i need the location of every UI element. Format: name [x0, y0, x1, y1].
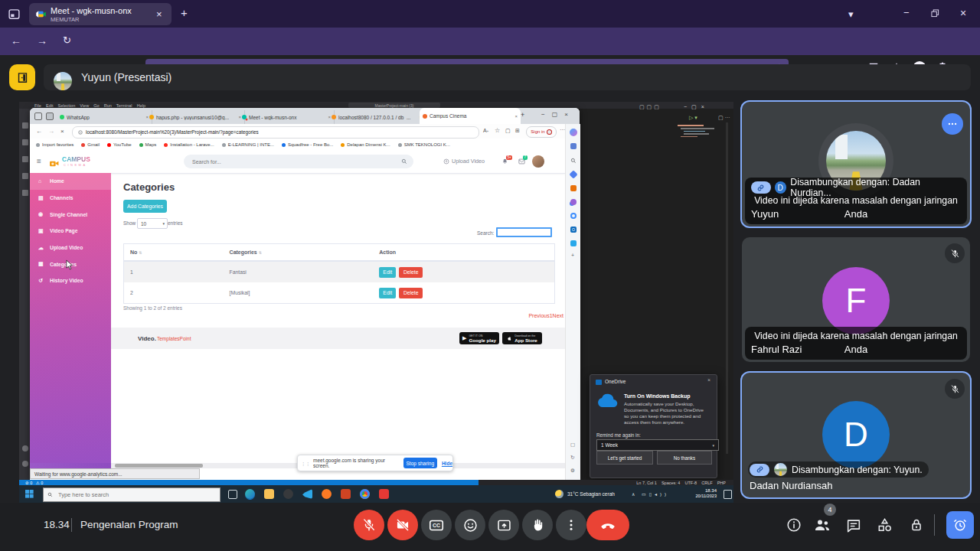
app-icon[interactable] [379, 489, 389, 499]
start-button[interactable] [25, 490, 34, 498]
back-icon[interactable]: ← [11, 35, 21, 46]
next-link[interactable]: Next [553, 313, 564, 318]
taskbar-clock[interactable]: 18.34 20/11/2023 [684, 488, 717, 499]
sidebar-item-video-page[interactable]: ▣Video Page [30, 223, 111, 240]
timer-button[interactable] [946, 511, 974, 539]
delete-button[interactable]: Delete [399, 288, 423, 298]
edit-button[interactable]: Edit [379, 288, 396, 298]
tab-close-icon[interactable]: × [156, 9, 162, 19]
admin-search[interactable] [184, 155, 413, 168]
vscode-search-box[interactable]: MasterProject-main (3) [348, 103, 440, 108]
new-tab-button[interactable]: + [181, 7, 188, 18]
col-no[interactable]: No ⇅ [124, 249, 224, 255]
copilot-icon[interactable] [570, 129, 577, 136]
notification-center-icon[interactable] [724, 490, 732, 499]
vscode-split-icon[interactable]: ▢ ⋯ [718, 115, 730, 121]
new-tab-icon[interactable]: + [521, 111, 524, 119]
shopping-icon[interactable] [570, 185, 577, 191]
workspaces-icon[interactable] [46, 112, 54, 120]
editor-position[interactable]: Ln 7, Col 1 Spaces: 4 UTF-8 CRLF PHP [636, 481, 726, 485]
tray-icons[interactable]: ▭▯◂)) [642, 491, 669, 497]
vscode-run-icon[interactable]: ▷ ▾ [689, 115, 697, 121]
sidebar-toggle-icon[interactable]: ≡ [37, 157, 41, 165]
weather-icon[interactable] [555, 490, 564, 498]
vscode-menu[interactable]: File Edit Selection View Go Run Terminal… [34, 103, 145, 108]
vscode-scrollbar[interactable] [726, 122, 728, 454]
forward-icon[interactable]: → [37, 35, 47, 46]
no-thanks-button[interactable]: No thanks [657, 451, 712, 465]
prev-link[interactable]: Previous [528, 313, 549, 318]
edge-taskbar-icon[interactable] [245, 489, 255, 499]
extensions-icon[interactable] [22, 190, 28, 196]
window-restore-icon[interactable] [931, 9, 939, 18]
edge-tab-hapus[interactable]: hapus.php - yuyunsanusi10@g...× [146, 110, 245, 124]
close-icon[interactable]: × [707, 377, 710, 383]
tab-actions-icon[interactable] [34, 112, 42, 120]
browser-tab[interactable]: Meet - wgk-musn-onx MEMUTAR × [29, 3, 172, 25]
favorite-star-icon[interactable]: ☆ [495, 127, 500, 134]
app-icon[interactable] [283, 489, 293, 499]
remind-select[interactable]: 1 Week▾ [596, 439, 719, 451]
stop-loading-icon[interactable]: × [60, 128, 64, 135]
col-categories[interactable]: Categories ⇅ [224, 249, 374, 255]
sign-in-button[interactable]: Sign in [526, 126, 557, 138]
sidebar-refresh-icon[interactable]: ↻ [570, 455, 574, 461]
bookmark-item[interactable]: Installation - Larave... [164, 142, 214, 147]
edit-button[interactable]: Edit [379, 267, 396, 278]
people-icon[interactable] [570, 199, 577, 205]
people-button[interactable] [813, 516, 831, 534]
more-options-button[interactable] [556, 510, 586, 540]
outlook-icon[interactable]: O [570, 227, 577, 233]
meeting-details-button[interactable] [786, 517, 802, 533]
search-icon[interactable] [401, 158, 407, 165]
sidebar-item-single-channel[interactable]: ◉Single Channel [30, 206, 111, 223]
edge-tab-meet[interactable]: Meet - wgk-musn-onx× [239, 110, 335, 124]
taskbar-search-input[interactable] [57, 491, 220, 499]
h-scroll-thumb[interactable] [115, 464, 203, 468]
user-avatar[interactable] [532, 155, 544, 168]
split-screen-icon[interactable]: ▢ [505, 128, 511, 134]
reactions-button[interactable] [455, 510, 485, 540]
participant-tile-fahrul[interactable]: F Video ini dijeda karena masalah dengan… [742, 237, 970, 362]
bookmark-item[interactable]: Gmail [81, 142, 100, 147]
explorer-icon[interactable] [22, 122, 28, 129]
sidebar-settings-icon[interactable]: ⚙ [570, 468, 575, 474]
xampp-icon[interactable] [322, 489, 332, 499]
site-info-icon[interactable] [78, 130, 83, 135]
raise-hand-button[interactable] [522, 510, 553, 540]
tag-icon[interactable] [569, 170, 577, 178]
edge-tab-whatsapp[interactable]: WhatsApp× [57, 110, 152, 124]
bookmark-item[interactable]: Squadfree - Free Bo... [282, 142, 333, 147]
page-size-select[interactable]: 10▾ [137, 218, 168, 229]
bookmark-item[interactable]: SMK TEKNOLOGI K... [398, 142, 450, 147]
hide-button[interactable]: Hide [442, 461, 452, 466]
leave-room-shortcut[interactable] [9, 64, 35, 90]
vscode-window-controls[interactable]: −▢× [684, 104, 709, 110]
participant-tile-dadan[interactable]: D Disambungkan dengan: Yuyun. Dadan Nurd… [742, 373, 970, 497]
leave-call-button[interactable] [586, 510, 629, 540]
drag-handle-icon[interactable]: ⋮⋮ [301, 461, 310, 466]
back-icon[interactable]: ← [36, 128, 42, 135]
file-explorer-icon[interactable] [264, 489, 274, 499]
mic-toggle-button[interactable] [354, 510, 384, 540]
footer-credit-link[interactable]: TemplatesPoint [157, 336, 191, 341]
sidebar-search-icon[interactable] [570, 158, 577, 164]
firefox-view-icon[interactable] [8, 8, 21, 21]
get-started-button[interactable]: Let's get started [596, 451, 653, 465]
sidebar-item-home[interactable]: ⌂Home [30, 173, 111, 190]
settings-gear-icon[interactable] [22, 461, 28, 467]
account-icon[interactable] [22, 445, 28, 452]
delete-button[interactable]: Delete [399, 267, 423, 278]
read-aloud-icon[interactable]: A» [483, 128, 488, 133]
edge-tab-campus-cinema[interactable]: Campus Cinema× [420, 108, 521, 124]
google-play-badge[interactable]: ▶GET IT ONGoogle play [459, 332, 499, 344]
add-sidebar-icon[interactable]: + [571, 253, 574, 258]
bookmark-item[interactable]: E-LEARNING | INTE... [222, 142, 274, 147]
chrome-icon[interactable] [360, 489, 370, 499]
task-view-icon[interactable] [228, 490, 237, 499]
list-tabs-icon[interactable]: ▾ [848, 9, 854, 19]
edge-window-controls[interactable]: −▢× [541, 111, 575, 118]
source-control-icon[interactable] [22, 156, 28, 162]
sidebar-app-icon[interactable] [570, 143, 577, 149]
chat-button[interactable] [845, 517, 862, 534]
